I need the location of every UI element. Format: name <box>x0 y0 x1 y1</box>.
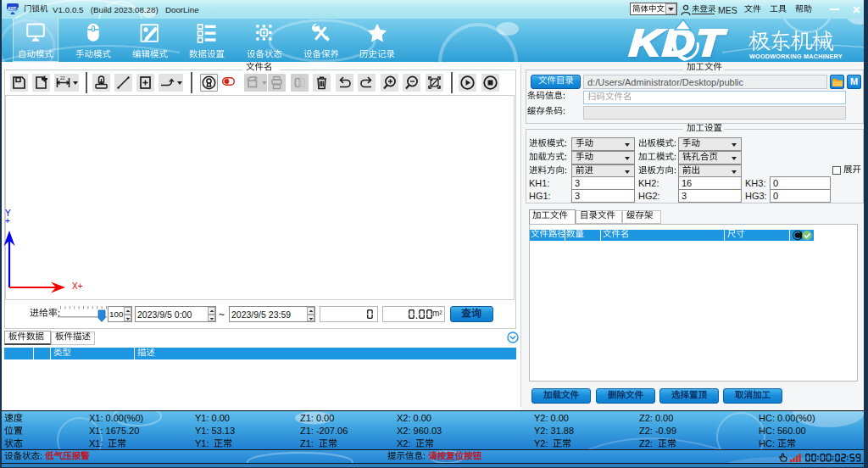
svg-text:KDT: KDT <box>8 7 17 11</box>
svg-text:22: 22 <box>60 75 65 81</box>
